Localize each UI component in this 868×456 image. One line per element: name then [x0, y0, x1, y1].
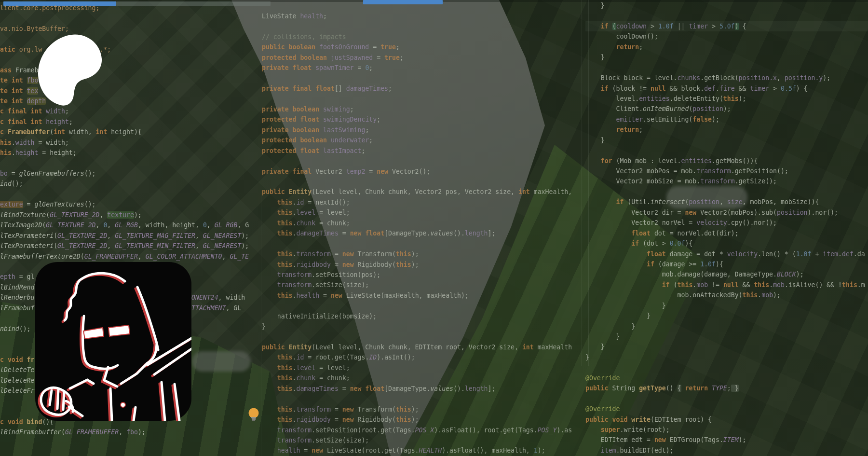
code-line: protected float lastImpact;: [262, 146, 581, 156]
code-line: [585, 145, 868, 155]
code-line: private final float[] damageTimes;: [262, 83, 581, 94]
code-line: transform.setSize(size);: [262, 280, 581, 290]
code-line: this.health = new LiveState(maxHealth, m…: [262, 290, 581, 301]
code-line: c final int width;: [0, 106, 258, 116]
code-line: [262, 394, 581, 404]
code-line: return;: [585, 124, 868, 135]
code-line: return;: [585, 42, 868, 52]
code-line: exture = glGenTextures();: [0, 199, 258, 209]
code-line: [0, 189, 258, 199]
code-line: [585, 362, 868, 373]
code-line: protected boolean justSpawned = true;: [262, 53, 581, 63]
code-line: [262, 301, 581, 311]
code-line: if (block != null && block.def.fire && t…: [585, 83, 868, 94]
code-line: this.chunk = chunk;: [262, 373, 581, 383]
code-line: this.id = nextId();: [262, 197, 581, 207]
code-line: [585, 394, 868, 404]
code-line: private boolean lastSwiming;: [262, 125, 581, 135]
code-line: Vector2 dir = new Vector2(mobPos).sub(po…: [585, 207, 868, 218]
code-line: this.level = level;: [262, 207, 581, 218]
code-line: his.height = height;: [0, 148, 258, 158]
code-line: [262, 73, 581, 83]
code-line: }: [262, 321, 581, 332]
code-line: }: [585, 52, 868, 62]
code-line: Vector2 norVel = velocity.cpy().nor();: [585, 218, 868, 228]
code-line: level.entities.deleteEntity(this);: [585, 94, 868, 104]
code-line: public String getType() { return TYPE; }: [585, 383, 868, 393]
code-line: lTexParameteri(GL_TEXTURE_2D, GL_TEXTURE…: [0, 241, 258, 251]
code-line: Vector2 mobSize = mob.transform.getSize(…: [585, 176, 868, 186]
code-line: // collisions, impacts: [262, 32, 581, 42]
code-line: c final int height;: [0, 117, 258, 127]
code-line: public boolean footsOnGround = true;: [262, 42, 581, 52]
code-line: this.rigidbody = new Rigidbody(this);: [262, 415, 581, 425]
code-line: bo = glGenFramebuffers();: [0, 168, 258, 179]
code-line: lBindTexture(GL_TEXTURE_2D, texture);: [0, 210, 258, 220]
code-line: ind();: [0, 179, 258, 189]
code-line: transform.setPosition(pos);: [262, 270, 581, 280]
code-line: float damage = dot * velocity.len() * (1…: [585, 249, 868, 259]
code-line: [262, 332, 581, 342]
code-line: this.damageTimes = new float[DamageType.…: [262, 228, 581, 238]
code-line: mob.damage(damage, DamageType.BLOCK);: [585, 269, 868, 279]
code-line: Vector2 mobPos = mob.transform.getPositi…: [585, 166, 868, 176]
code-line: [0, 13, 258, 23]
code-line: }: [585, 311, 868, 321]
code-line: protected boolean underwater;: [262, 135, 581, 145]
code-line: emitter.setEmitting(false);: [585, 114, 868, 124]
screen: lient.core.postprocessing;va.nio.ByteBuf…: [0, 0, 868, 456]
code-line: transform.setSize(size);: [262, 435, 581, 445]
code-line: public void write(EDTItem root) {: [585, 415, 868, 425]
code-line: this.chunk = chunk;: [262, 218, 581, 228]
webcam-avatar: [35, 262, 191, 421]
code-line: this.transform = new Transform(this);: [262, 249, 581, 259]
code-line: lBindFramebuffer(GL_FRAMEBUFFER, fbo);: [0, 427, 258, 437]
code-line: if (dot > 0.0f){: [585, 238, 868, 249]
code-line: lTexImage2D(GL_TEXTURE_2D, 0, GL_RGB, wi…: [0, 220, 258, 230]
code-line: c Framebuffer(int width, int height){: [0, 127, 258, 137]
code-line: lTexParameteri(GL_TEXTURE_2D, GL_TEXTURE…: [0, 231, 258, 241]
code-line: private float spawnTimer = 0;: [262, 63, 581, 73]
code-line: super.write(root);: [585, 425, 868, 435]
code-line: lient.core.postprocessing;: [0, 3, 258, 13]
logo-blob: [37, 34, 104, 106]
code-line: [585, 11, 868, 21]
code-line: private boolean swiming;: [262, 104, 581, 114]
code-line: if (this.mob != null && this.mob.isAlive…: [585, 280, 868, 290]
code-pane-mid[interactable]: LiveState health;// collisions, impactsp…: [262, 11, 581, 456]
code-line: float dot = norVel.dot(dir);: [585, 228, 868, 238]
code-line: health = new LiveState(root.get(Tags.HEA…: [262, 445, 581, 456]
code-line: @Override: [585, 404, 868, 414]
code-line: EDTItem edt = new EDTGroup(Tags.ITEM);: [585, 435, 868, 445]
code-line: }: [585, 321, 868, 332]
scroll-indicator-middle[interactable]: [363, 0, 443, 4]
code-line: this.id = root.get(Tags.ID).asInt();: [262, 352, 581, 362]
code-pane-right[interactable]: } if (cooldown > 1.0f || timer > 5.0f) {…: [585, 0, 868, 456]
code-line: coolDown();: [585, 31, 868, 41]
code-line: }: [585, 0, 868, 11]
indent-guide: [261, 193, 261, 456]
code-line: mob.onAttackedBy(this.mob);: [585, 290, 868, 300]
indent-guide: [582, 0, 582, 366]
code-line: this.level = level;: [262, 363, 581, 373]
code-line: va.nio.ByteBuffer;: [0, 24, 258, 34]
code-line: Block block = level.chunks.getBlock(posi…: [585, 73, 868, 83]
code-line: [585, 63, 868, 73]
code-line: Client.onItemBurned(position);: [585, 104, 868, 114]
code-line: public Entity(Level level, Chunk chunk, …: [262, 187, 581, 197]
code-line: if (cooldown > 1.0f || timer > 5.0f) {: [585, 21, 868, 31]
code-line: lFramebufferTexture2D(GL_FRAMEBUFFER, GL…: [0, 251, 258, 262]
code-line: [262, 94, 581, 104]
code-line: @Override: [585, 373, 868, 383]
code-line: public Entity(Level level, Chunk chunk, …: [262, 342, 581, 352]
code-line: transform.setPosition(root.get(Tags.POS_…: [262, 425, 581, 435]
code-line: if (Util.intersect(position, size, mobPo…: [585, 197, 868, 207]
code-line: [585, 187, 868, 197]
code-line: }: [585, 135, 868, 145]
code-line: [262, 177, 581, 187]
quickfix-lightbulb-icon[interactable]: [247, 407, 260, 424]
code-line: nativeInitialize(bpmsize);: [262, 311, 581, 321]
code-line: }: [585, 352, 868, 362]
code-line: LiveState health;: [262, 11, 581, 21]
code-line: this.transform = new Transform(this);: [262, 404, 581, 415]
